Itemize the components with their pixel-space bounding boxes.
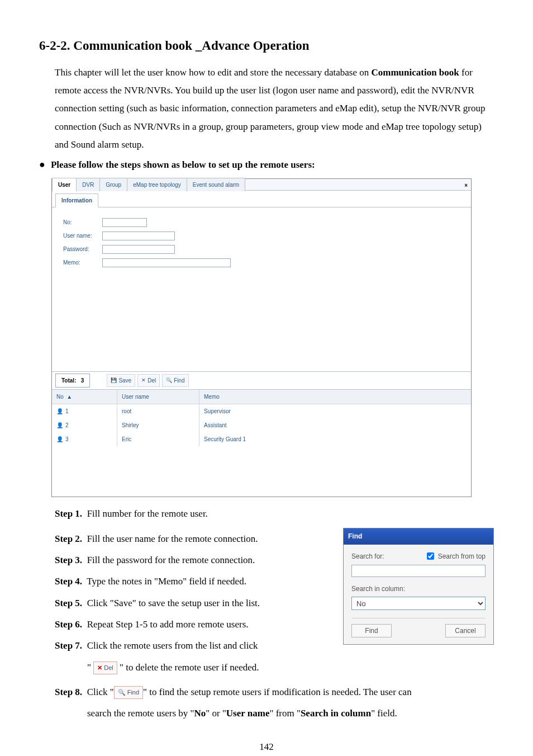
find-dialog: Find Search for: Search from top Search … bbox=[343, 528, 494, 645]
row-no: 1 bbox=[65, 408, 69, 414]
total-box: Total: 3 bbox=[55, 374, 90, 388]
row-username: Eric bbox=[117, 432, 199, 446]
row-memo: Assistant bbox=[199, 418, 471, 432]
tab-alarm[interactable]: Event sound alarm bbox=[187, 178, 245, 191]
step-text: Fill number for the remote user. bbox=[87, 508, 208, 519]
step-1: Step 1. Fill number for the remote user. bbox=[55, 505, 494, 523]
step-label: Step 4. bbox=[55, 576, 82, 587]
find-dialog-find-button[interactable]: Find bbox=[351, 624, 392, 637]
inline-find-button: 🔍 Find bbox=[114, 686, 143, 699]
step-3: Step 3. Fill the password for the remote… bbox=[55, 551, 326, 569]
no-label: No: bbox=[63, 217, 102, 228]
tab-emap[interactable]: eMap tree topology bbox=[127, 178, 187, 191]
step-5: Step 5. Click "Save" to save the setup u… bbox=[55, 594, 326, 612]
s8c-mid2: " from " bbox=[269, 708, 300, 719]
find-dialog-cancel-button[interactable]: Cancel bbox=[445, 624, 486, 637]
intro-paragraph: This chapter will let the user know how … bbox=[55, 64, 494, 154]
step-label: Step 3. bbox=[55, 555, 82, 565]
tab-group[interactable]: Group bbox=[99, 178, 127, 191]
list-row[interactable]: 👤3 Eric Security Guard 1 bbox=[52, 432, 471, 446]
tab-user[interactable]: User bbox=[52, 178, 77, 191]
step-text: Type the notes in "Memo" field if needed… bbox=[87, 576, 246, 587]
sub-tab-row: Information bbox=[52, 191, 471, 207]
intro-text-b: for remote access the NVR/NVRs. You buil… bbox=[55, 67, 485, 150]
form-area: No: User name: Password: Memo: bbox=[52, 207, 471, 371]
row-no: 2 bbox=[65, 422, 69, 428]
s8c-pre: search the remote users by " bbox=[87, 708, 194, 719]
list-row[interactable]: 👤2 Shirley Assistant bbox=[52, 418, 471, 432]
s8-sic: Search in column bbox=[301, 708, 371, 719]
tab-dvr[interactable]: DVR bbox=[76, 178, 100, 191]
find-icon: 🔍 bbox=[166, 376, 172, 385]
search-for-input[interactable] bbox=[351, 565, 486, 577]
find-dialog-title: Find bbox=[344, 528, 493, 545]
step-label: Step 1. bbox=[55, 508, 82, 519]
search-for-label: Search for: bbox=[351, 550, 384, 563]
delete-icon: ✕ bbox=[141, 376, 146, 385]
step-8-a: Click " bbox=[87, 687, 114, 697]
find-button[interactable]: 🔍Find bbox=[162, 374, 188, 387]
config-window: User DVR Group eMap tree topology Event … bbox=[51, 178, 472, 497]
delete-icon: ✕ bbox=[97, 662, 102, 674]
step-6: Step 6. Repeat Step 1-5 to add more remo… bbox=[55, 616, 326, 634]
list-row[interactable]: 👤1 root Supervisor bbox=[52, 404, 471, 418]
step-4: Step 4. Type the notes in "Memo" field i… bbox=[55, 573, 326, 590]
s8c-mid1: " or " bbox=[206, 708, 226, 719]
list-header: No ▲ User name Memo bbox=[52, 390, 471, 404]
step-8-b: " to find the setup remote users if modi… bbox=[143, 687, 412, 697]
username-input[interactable] bbox=[102, 231, 175, 240]
sort-arrow-icon: ▲ bbox=[66, 394, 72, 400]
del-button[interactable]: ✕Del bbox=[137, 374, 160, 387]
password-input[interactable] bbox=[102, 245, 175, 254]
step-text: Fill the user name for the remote connec… bbox=[87, 533, 258, 544]
memo-label: Memo: bbox=[63, 257, 102, 268]
no-input[interactable] bbox=[102, 218, 147, 227]
save-icon: 💾 bbox=[111, 376, 117, 385]
step-text: Click "Save" to save the setup user in t… bbox=[87, 598, 260, 608]
step-label: Step 6. bbox=[55, 619, 82, 630]
intro-bold: Communication book bbox=[372, 67, 459, 78]
col-memo[interactable]: Memo bbox=[199, 390, 471, 404]
step-2: Step 2. Fill the user name for the remot… bbox=[55, 530, 326, 548]
step-8-cont: search the remote users by "No" or "User… bbox=[87, 705, 494, 722]
row-no: 3 bbox=[65, 436, 69, 442]
save-button[interactable]: 💾Save bbox=[107, 374, 135, 387]
close-icon[interactable]: × bbox=[464, 180, 468, 191]
section-heading: 6-2-2. Communication book _Advance Opera… bbox=[39, 34, 494, 58]
search-in-column-select[interactable]: No bbox=[351, 597, 486, 610]
main-tab-row: User DVR Group eMap tree topology Event … bbox=[52, 179, 471, 191]
step-text: Repeat Step 1-5 to add more remote users… bbox=[87, 619, 249, 630]
step-text-a: Click the remote users from the list and… bbox=[87, 640, 258, 651]
bullet-text: Please follow the steps shown as below t… bbox=[51, 156, 315, 174]
s8-username: User name bbox=[226, 708, 270, 719]
bullet-icon: ● bbox=[39, 156, 45, 173]
step-label: Step 5. bbox=[55, 598, 82, 608]
row-memo: Security Guard 1 bbox=[199, 432, 471, 446]
toolbar: Total: 3 💾Save ✕Del 🔍Find bbox=[52, 371, 471, 390]
col-no[interactable]: No ▲ bbox=[52, 390, 117, 404]
row-memo: Supervisor bbox=[199, 404, 471, 418]
save-label: Save bbox=[118, 375, 131, 386]
step-label: Step 2. bbox=[55, 533, 82, 544]
step-7-text-b: " to delete the remote user if needed. bbox=[120, 662, 259, 673]
search-from-top-input[interactable] bbox=[427, 552, 434, 560]
user-list: No ▲ User name Memo 👤1 root Supervisor 👤… bbox=[52, 390, 471, 497]
sub-tab-information[interactable]: Information bbox=[55, 193, 98, 207]
total-label: Total: bbox=[61, 377, 76, 384]
memo-input[interactable] bbox=[102, 258, 231, 267]
step-8: Step 8. Click " 🔍 Find " to find the set… bbox=[55, 683, 494, 701]
inline-find-label: Find bbox=[127, 687, 139, 698]
s8c-end: " field. bbox=[371, 708, 397, 719]
inline-del-label: Del bbox=[104, 662, 113, 674]
step-7-cont: " ✕ Del " to delete the remote user if n… bbox=[87, 659, 326, 677]
col-no-label: No bbox=[56, 394, 64, 400]
person-icon: 👤 bbox=[56, 436, 63, 442]
total-value: 3 bbox=[81, 377, 84, 384]
find-icon: 🔍 bbox=[118, 687, 126, 698]
search-in-column-label: Search in column: bbox=[351, 583, 486, 596]
col-username[interactable]: User name bbox=[117, 390, 199, 404]
search-from-top-checkbox[interactable]: Search from top bbox=[425, 550, 486, 563]
intro-text-a: This chapter will let the user know how … bbox=[55, 67, 372, 78]
row-username: root bbox=[117, 404, 199, 418]
s8-no: No bbox=[194, 708, 206, 719]
